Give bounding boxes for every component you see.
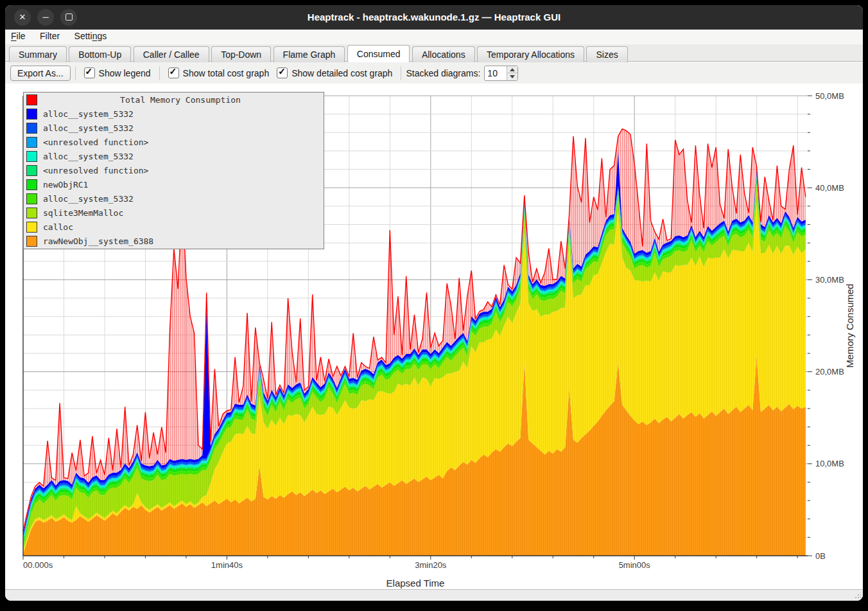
legend-label: rawNewObj__system_6388: [43, 236, 153, 246]
tab-allocations[interactable]: Allocations: [412, 46, 475, 62]
legend-swatch: [26, 165, 37, 176]
toolbar-separator: [401, 66, 401, 80]
menu-filter[interactable]: Filter: [34, 30, 65, 42]
tab-top-down[interactable]: Top-Down: [211, 46, 271, 62]
y-tick-label: 30,0MB: [815, 275, 844, 285]
y-tick-label: 20,0MB: [815, 367, 844, 376]
spinbox-value: 10: [485, 66, 507, 80]
spin-down-button[interactable]: [507, 73, 517, 80]
show-legend-checkbox[interactable]: ✓ Show legend: [84, 67, 151, 78]
legend-label: alloc__system_5332: [43, 123, 134, 133]
check-icon: ✓: [169, 66, 177, 76]
tab-flame-graph[interactable]: Flame Graph: [273, 46, 345, 62]
tab-bottom-up[interactable]: Bottom-Up: [69, 46, 131, 62]
y-tick-label: 10,0MB: [815, 459, 844, 468]
legend-item: newObjRC1: [24, 178, 324, 192]
legend-label: alloc__system_5332: [43, 152, 134, 161]
legend-label: alloc__system_5332: [43, 109, 134, 119]
legend-item: calloc: [24, 220, 324, 235]
legend-swatch: [26, 109, 37, 120]
y-tick-label: 40,0MB: [815, 183, 844, 193]
toolbar-separator: [75, 66, 76, 80]
check-icon: ✓: [278, 66, 286, 76]
export-as-button[interactable]: Export As...: [10, 66, 71, 81]
y-tick-label: 0B: [815, 551, 826, 561]
tab-caller-callee[interactable]: Caller / Callee: [134, 46, 209, 62]
x-axis-label: Elapsed Time: [386, 578, 445, 589]
status-bar: [5, 589, 863, 601]
show-total-cost-checkbox[interactable]: ✓ Show total cost graph: [168, 67, 270, 78]
legend-item: <unresolved function>: [24, 163, 324, 177]
x-tick-label: 5min00s: [619, 560, 651, 570]
resize-grip[interactable]: [855, 592, 861, 599]
x-tick-label: 3min20s: [415, 560, 447, 570]
x-tick-label: 00.000s: [23, 560, 53, 570]
check-icon: ✓: [85, 66, 93, 76]
checkbox-label: Show total cost graph: [183, 68, 270, 78]
checkbox-label: Show detailed cost graph: [291, 68, 392, 78]
toolbar-separator: [159, 66, 160, 80]
app-window: ✕ ─ Heaptrack - heaptrack.wakunode.1.gz …: [5, 5, 863, 601]
y-tick-label: 50,0MB: [815, 91, 844, 101]
legend-label: sqlite3MemMalloc: [43, 208, 123, 218]
legend-item: alloc__system_5332: [24, 149, 324, 163]
spin-up-button[interactable]: [507, 66, 517, 74]
tab-bar: Summary Bottom-Up Caller / Callee Top-Do…: [5, 44, 863, 62]
legend-swatch: [26, 123, 37, 134]
legend-label: <unresolved function>: [43, 137, 148, 147]
x-tick-label: 1min40s: [211, 560, 243, 570]
checkbox-box: ✓: [277, 67, 288, 78]
legend-swatch: [26, 179, 37, 190]
close-window-button[interactable]: ✕: [14, 9, 31, 26]
legend-label: <unresolved function>: [43, 166, 148, 175]
chevron-down-icon: [510, 75, 515, 78]
legend-label: Total Memory Consumption: [37, 95, 324, 105]
legend-item: alloc__system_5332: [24, 107, 324, 121]
tab-summary[interactable]: Summary: [9, 46, 67, 62]
minimize-window-button[interactable]: ─: [37, 9, 54, 26]
legend-item: alloc__system_5332: [24, 192, 324, 206]
legend-item: rawNewObj__system_6388: [24, 235, 324, 249]
legend-swatch: [26, 94, 37, 105]
chart-area: 00.000s1min40s3min20s5min00s0B10,0MB20,0…: [5, 84, 863, 589]
maximize-window-button[interactable]: [60, 9, 77, 26]
menu-file[interactable]: File: [5, 30, 31, 42]
legend-swatch: [26, 222, 37, 233]
tab-sizes[interactable]: Sizes: [586, 46, 627, 62]
legend-swatch: [26, 151, 37, 162]
legend-label: alloc__system_5332: [43, 194, 134, 204]
y-axis-label: Memory Consumed: [844, 284, 855, 368]
show-detailed-cost-checkbox[interactable]: ✓ Show detailed cost graph: [277, 67, 392, 78]
legend-swatch: [26, 208, 37, 218]
legend-swatch: [26, 137, 37, 148]
legend-item: sqlite3MemMalloc: [24, 206, 324, 220]
legend-item: <unresolved function>: [24, 135, 324, 149]
legend-swatch: [26, 193, 37, 204]
title-bar: ✕ ─ Heaptrack - heaptrack.wakunode.1.gz …: [5, 5, 863, 30]
tab-temporary-allocations[interactable]: Temporary Allocations: [477, 46, 584, 62]
chart-legend: Total Memory Consumptionalloc__system_53…: [23, 92, 324, 249]
menu-bar: File Filter Settings: [5, 30, 863, 44]
stacked-diagrams-label: Stacked diagrams:: [406, 68, 480, 78]
menu-settings[interactable]: Settings: [69, 30, 113, 42]
legend-swatch: [26, 236, 37, 247]
window-title: Heaptrack - heaptrack.wakunode.1.gz — He…: [82, 5, 786, 30]
checkbox-box: ✓: [84, 67, 95, 78]
chevron-up-icon: [510, 68, 515, 71]
maximize-icon: [65, 13, 73, 21]
screen-background: ✕ ─ Heaptrack - heaptrack.wakunode.1.gz …: [0, 0, 868, 611]
stacked-diagrams-spinbox[interactable]: 10: [484, 66, 518, 81]
legend-item: alloc__system_5332: [24, 121, 324, 135]
spinbox-buttons: [507, 66, 517, 80]
toolbar: Export As... ✓ Show legend ✓ Show total …: [5, 62, 863, 84]
checkbox-label: Show legend: [99, 68, 151, 78]
tab-consumed[interactable]: Consumed: [347, 45, 410, 62]
legend-title-row: Total Memory Consumption: [24, 93, 324, 107]
checkbox-box: ✓: [168, 67, 179, 78]
stacked-diagrams-group: Stacked diagrams: 10: [406, 66, 518, 81]
legend-label: calloc: [43, 222, 73, 232]
legend-label: newObjRC1: [43, 180, 88, 190]
